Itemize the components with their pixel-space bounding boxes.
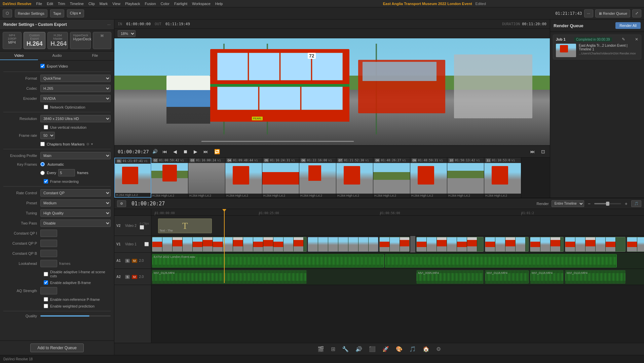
tuning-select[interactable]: High Quality [40,209,111,217]
deliver-icon[interactable]: 🚀 [382,346,389,352]
encoding-profile-select[interactable]: Main [40,152,111,159]
color-icon[interactable]: 🎨 [396,346,403,352]
app-icon-btn[interactable]: ⬡ [3,9,12,17]
media-pool-icon[interactable]: 🎬 [317,346,324,352]
disable-adaptive-checkbox[interactable] [44,272,48,276]
render-range-select[interactable]: Entire Timeline [552,200,584,207]
keyframes-every-input[interactable] [58,169,75,176]
two-pass-select[interactable]: Disable [40,219,111,227]
app-name[interactable]: DaVinci Resolve [3,2,31,6]
home-icon[interactable]: 🏠 [423,346,429,352]
render-queue-btn[interactable]: 🖥 Render Queue [595,9,630,17]
audio-mixer-btn[interactable]: 🎵 [631,200,641,207]
volume-icon[interactable]: 🔊 [152,149,158,154]
preset-h[interactable]: H [93,32,111,49]
frame-reorder-checkbox[interactable] [44,179,48,184]
render-all-btn[interactable]: Render All [615,22,641,29]
render-settings-btn[interactable]: Render Settings [15,9,47,17]
play-btn[interactable]: ▶ [192,148,199,155]
tab-video[interactable]: Video [0,51,38,60]
menu-view[interactable]: View [112,2,120,6]
clips-btn[interactable]: Clips ▾ [67,9,84,17]
menu-playback[interactable]: Playback [125,2,140,6]
thumbnail-08[interactable]: 08 01:48:26:27 V1 H.264 High L4.2 [373,158,410,198]
chapters-checkbox[interactable] [40,142,45,146]
fullscreen-btn[interactable]: ⊡ [540,148,546,155]
storyboard-icon[interactable]: ⬛ [369,346,376,352]
thumbnail-05[interactable]: 05 01:16:24:31 V1 H.264 High L4.2 [262,158,299,198]
menu-fairlight[interactable]: Fairlight [174,2,187,6]
vertical-res-checkbox[interactable] [44,125,48,129]
thumbnail-02[interactable]: 02 01:00:59:42 V1 H.264 High L4.2 [151,158,188,198]
video-clip-2[interactable] [308,237,378,252]
nonref-pframe-checkbox[interactable] [44,297,48,301]
video-clip-8[interactable] [627,237,644,252]
rq-job-1-edit-icon[interactable]: ✎ [622,37,625,42]
text-clip[interactable]: T Text - The [158,218,212,233]
rate-control-select[interactable]: Constant QP [40,189,111,197]
tab-audio[interactable]: Audio [38,51,76,60]
thumbnail-03[interactable]: 03 01:16:00:24 V1 H.264 High L4.2 [188,158,225,198]
zoom-select[interactable]: 18% [118,30,136,37]
audio-mvi0118-b[interactable]: MVI_0118.MP4 [530,270,564,284]
zoom-in-btn[interactable]: + [624,201,629,206]
fairlight-icon[interactable]: 🎵 [409,346,416,352]
menu-color[interactable]: Color [161,2,169,6]
thumbnail-07[interactable]: 07 01:21:52:30 V1 H.264 High L4.2 [336,158,373,198]
thumbnail-10[interactable]: 10 01:50:13:42 V1 H.264 High L4.2 [447,158,484,198]
format-select[interactable]: QuickTime [40,75,111,82]
audio-mvi0110[interactable]: MVI_0110.MP4 [565,270,626,284]
inspector-icon[interactable]: 🔧 [342,346,349,352]
thumbnail-09[interactable]: 09 01:48:59:31 V1 H.264 High L4.2 [410,158,447,198]
loop-btn[interactable]: 🔁 [213,148,221,155]
framerate-select[interactable]: 50 [40,132,55,139]
resolution-select[interactable]: 3840 x 2160 Ultra HD [40,115,111,122]
video-clip-3[interactable] [379,237,410,252]
go-to-start-btn[interactable]: ⏮ [161,148,168,155]
sound-icon[interactable]: 🔊 [355,346,362,352]
enable-adaptive-b-checkbox[interactable] [44,280,48,285]
next-frame-btn[interactable]: ⏭ [202,148,210,155]
menu-fusion[interactable]: Fusion [145,2,156,6]
settings-icon[interactable]: ⚙ [436,346,441,352]
const-qp-b-input[interactable]: 20 [40,250,57,257]
video-clip-6[interactable] [530,237,564,252]
effects-icon[interactable]: ⊞ [331,346,335,352]
thumbnail-11[interactable]: 11 01:10:53:0 V1 H.264 High L4.2 [484,158,521,198]
audio-mvi0126[interactable]: MVI_0126.MP4 [152,270,307,284]
preset-mp4-1080p[interactable]: MP4 1080P MP4 [3,32,22,49]
menu-clip[interactable]: Clip [88,2,95,6]
preset-select[interactable]: Medium [40,199,111,207]
aq-strength-input[interactable]: 8 [40,287,57,294]
preset-hyperdeck[interactable]: HyperDeck HyperDeck [70,32,91,49]
audio-mvi0095[interactable]: MVI_0095.MP4 [416,270,484,284]
prev-frame-btn[interactable]: ◀ [172,148,178,155]
more-options-btn[interactable]: ··· [584,9,593,17]
codec-select[interactable]: H.265 [40,85,111,92]
thumbnail-04[interactable]: 04 01:09:48:44 V1 H.264 High L4.2 [225,158,262,198]
const-qp-p-input[interactable]: 20 [40,240,57,247]
stop-btn[interactable]: ⏹ [182,148,189,155]
network-opt-checkbox[interactable] [44,105,48,109]
encoder-select[interactable]: NVIDIA [40,95,111,102]
zoom-out-btn[interactable]: − [587,201,592,206]
preset-custom-export[interactable]: Custom Export H.264 [24,32,46,49]
audio-clip-eatm[interactable]: EATM 2022 London Event.wav [152,254,384,268]
expand-btn[interactable]: ⤢ [632,9,641,17]
tab-file[interactable]: File [76,51,114,60]
export-video-checkbox[interactable] [40,64,45,68]
thumbnail-06[interactable]: 06 01:22:16:00 V1 H.264 High L4.2 [299,158,336,198]
menu-timeline[interactable]: Timeline [70,2,84,6]
timeline-settings-btn[interactable]: ⚙ [117,200,126,207]
menu-trim[interactable]: Trim [58,2,65,6]
video-clip-5[interactable] [485,237,529,252]
rq-job-1-close-icon[interactable]: ✕ [635,37,638,42]
weighted-pred-checkbox[interactable] [44,304,48,308]
menu-edit[interactable]: Edit [47,2,53,6]
menu-file[interactable]: File [36,2,42,6]
add-to-queue-btn[interactable]: Add to Render Queue [30,344,84,352]
audio-mvi0118-a[interactable]: MVI_0118.MP4 [485,270,529,284]
go-to-end-btn[interactable]: ⏭ [529,148,536,155]
timeline-content[interactable]: 01:00:00:00 01:00:25:00 01:00:56:00 01:0… [151,209,644,343]
video-clip-4[interactable] [416,237,484,252]
